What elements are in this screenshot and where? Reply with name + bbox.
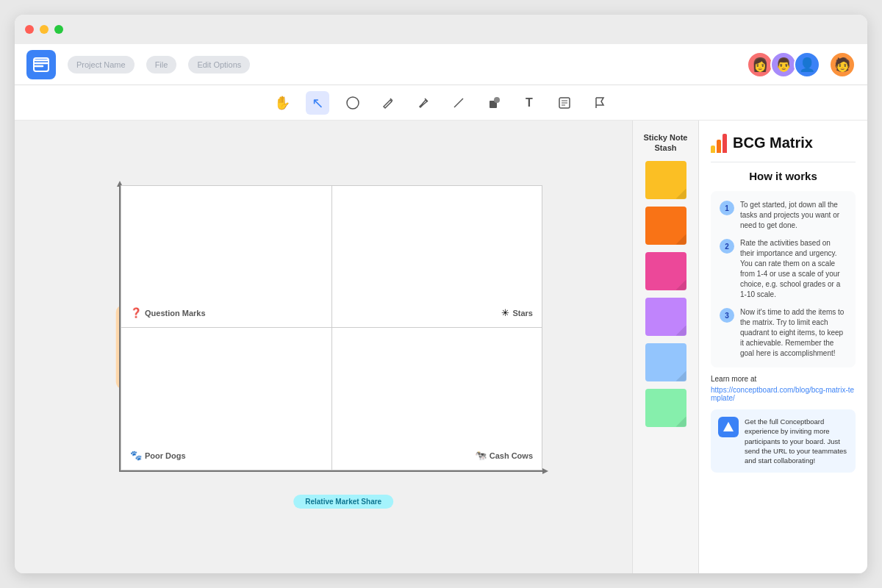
app-window: Project Name File Edit Options 👩 👨 👤 🧑 ✋… bbox=[15, 15, 867, 573]
nav-item-project[interactable]: Project Name bbox=[68, 56, 135, 74]
right-panel: BCG Matrix How it works 1 To get started… bbox=[698, 121, 867, 573]
quadrant-stars: ✳ Stars bbox=[332, 185, 543, 328]
logo-icon[interactable] bbox=[26, 50, 56, 79]
x-axis-label: Relative Market Share bbox=[293, 495, 393, 509]
step-1-text: To get started, jot down all the tasks a… bbox=[740, 200, 847, 231]
poor-dogs-icon: 🐾 bbox=[130, 450, 142, 461]
svg-line-2 bbox=[454, 98, 463, 107]
panel-title: BCG Matrix bbox=[733, 135, 813, 151]
how-it-works-title: How it works bbox=[711, 170, 856, 182]
step-1-num: 1 bbox=[720, 201, 734, 215]
step-1: 1 To get started, jot down all the tasks… bbox=[720, 200, 847, 231]
nav-item-file[interactable]: File bbox=[146, 56, 177, 74]
cash-cows-icon: 🐄 bbox=[475, 450, 487, 461]
how-it-works-box: 1 To get started, jot down all the tasks… bbox=[711, 191, 856, 368]
avatar-user-2[interactable]: 👨 bbox=[770, 51, 797, 78]
sticky-note-purple[interactable] bbox=[645, 298, 686, 336]
nav-item-edit[interactable]: Edit Options bbox=[188, 56, 250, 74]
quadrant-question-marks: ❓ Question Marks bbox=[121, 185, 332, 328]
step-2-num: 2 bbox=[720, 239, 734, 254]
step-2: 2 Rate the activities based on their imp… bbox=[720, 238, 847, 300]
invite-text: Get the full Conceptboard experience by … bbox=[745, 417, 848, 465]
avatar-user-4[interactable]: 🧑 bbox=[829, 51, 856, 78]
flag-tool[interactable] bbox=[588, 91, 612, 115]
stars-text: Stars bbox=[512, 309, 533, 318]
line-tool[interactable] bbox=[447, 91, 470, 115]
maximize-button[interactable] bbox=[54, 25, 63, 34]
poor-dogs-label: 🐾 Poor Dogs bbox=[130, 450, 186, 461]
invite-icon bbox=[718, 417, 739, 437]
quadrant-cash-cows: 🐄 Cash Cows bbox=[332, 328, 543, 470]
cash-cows-label: 🐄 Cash Cows bbox=[475, 450, 533, 461]
svg-point-4 bbox=[494, 97, 500, 103]
sticky-note-blue[interactable] bbox=[645, 343, 686, 381]
erase-tool[interactable] bbox=[341, 91, 365, 115]
step-3-num: 3 bbox=[720, 308, 734, 323]
cash-cows-text: Cash Cows bbox=[490, 451, 533, 460]
stars-icon: ✳ bbox=[501, 307, 509, 318]
step-3-text: Now it's time to add the items to the ma… bbox=[740, 307, 847, 359]
header-bar: Project Name File Edit Options 👩 👨 👤 🧑 bbox=[15, 44, 867, 85]
close-button[interactable] bbox=[25, 25, 34, 34]
learn-more-link[interactable]: https://conceptboard.com/blog/bcg-matrix… bbox=[711, 386, 856, 402]
step-2-text: Rate the activities based on their impor… bbox=[740, 238, 847, 300]
quadrant-poor-dogs: 🐾 Poor Dogs bbox=[121, 328, 332, 470]
x-axis-line bbox=[119, 470, 544, 472]
bar-chart-icon bbox=[711, 132, 727, 153]
invite-box: Get the full Conceptboard experience by … bbox=[711, 409, 856, 473]
bcg-diagram: Market Growth Rate ❓ bbox=[81, 178, 566, 516]
sticky-note-green[interactable] bbox=[645, 389, 686, 427]
x-axis-pill: Relative Market Share bbox=[293, 495, 393, 509]
canvas-area[interactable]: Market Growth Rate ❓ bbox=[15, 121, 632, 573]
nav-item-edit-label: Edit Options bbox=[197, 60, 241, 69]
matrix-grid: ❓ Question Marks ✳ Stars bbox=[121, 185, 542, 470]
avatar-user-1[interactable]: 👩 bbox=[747, 51, 773, 78]
nav-item-project-label: Project Name bbox=[76, 60, 126, 69]
stars-label: ✳ Stars bbox=[501, 307, 533, 318]
poor-dogs-text: Poor Dogs bbox=[145, 451, 186, 460]
sticky-note-stash: Sticky Note Stash bbox=[632, 121, 698, 573]
question-marks-icon: ❓ bbox=[130, 307, 142, 318]
stash-title: Sticky Note Stash bbox=[639, 132, 692, 154]
question-marks-text: Question Marks bbox=[145, 309, 206, 318]
title-bar bbox=[15, 15, 867, 44]
shape-tool[interactable] bbox=[482, 91, 506, 115]
panel-header: BCG Matrix bbox=[711, 132, 856, 153]
main-area: Market Growth Rate ❓ bbox=[15, 121, 867, 573]
text-tool[interactable]: T bbox=[517, 91, 541, 115]
pen-tool[interactable] bbox=[376, 91, 400, 115]
hand-tool[interactable]: ✋ bbox=[270, 91, 294, 115]
header-nav: Project Name File Edit Options bbox=[68, 56, 395, 74]
toolbar: ✋ ↖ T bbox=[15, 85, 867, 121]
minimize-button[interactable] bbox=[40, 25, 49, 34]
select-tool[interactable]: ↖ bbox=[306, 91, 329, 115]
highlighter-tool[interactable] bbox=[412, 91, 435, 115]
learn-more-label: Learn more at bbox=[711, 375, 856, 383]
avatar-group: 👩 👨 👤 🧑 bbox=[747, 51, 856, 78]
nav-item-file-label: File bbox=[155, 60, 168, 69]
svg-point-1 bbox=[347, 97, 359, 109]
sticky-note-orange[interactable] bbox=[645, 207, 686, 245]
sticky-note-pink[interactable] bbox=[645, 252, 686, 290]
note-tool[interactable] bbox=[553, 91, 576, 115]
sticky-note-yellow[interactable] bbox=[645, 161, 686, 199]
avatar-user-3[interactable]: 👤 bbox=[794, 51, 820, 78]
question-marks-label: ❓ Question Marks bbox=[130, 307, 206, 318]
step-3: 3 Now it's time to add the items to the … bbox=[720, 307, 847, 359]
x-axis-arrow bbox=[542, 468, 548, 474]
panel-divider bbox=[711, 162, 856, 162]
matrix-bottom-row: 🐾 Poor Dogs 🐄 Cash Cows bbox=[121, 328, 542, 470]
matrix-top-row: ❓ Question Marks ✳ Stars bbox=[121, 185, 542, 328]
